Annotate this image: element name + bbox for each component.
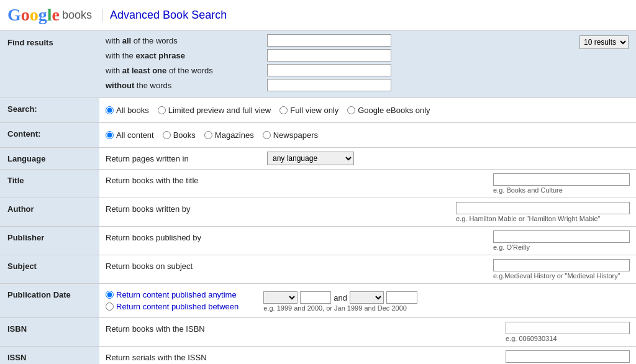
- pub-date-inner: Return content published anytime Return …: [106, 288, 630, 314]
- content-magazines[interactable]: Magazines: [204, 130, 254, 140]
- issn-content: Return serials with the ISSN e.g. 0161-7…: [99, 347, 636, 364]
- issn-input[interactable]: [506, 350, 630, 363]
- find-results-fields: with all of the words with the exact phr…: [99, 30, 572, 98]
- isbn-label: ISBN: [0, 318, 99, 346]
- isbn-desc: Return books with the ISBN: [106, 322, 506, 342]
- language-select[interactable]: any language English French German Spani…: [267, 152, 354, 165]
- logo-l: l: [47, 5, 52, 25]
- pub-date-to-month[interactable]: JanFebMar AprMayJun JulAugSep OctNovDec: [350, 291, 384, 304]
- content-newspapers[interactable]: Newspapers: [263, 130, 318, 140]
- search-full-view-radio[interactable]: [279, 106, 288, 114]
- search-google-ebooks-radio[interactable]: [347, 106, 355, 114]
- content-books[interactable]: Books: [163, 130, 196, 140]
- content-radio-group: All content Books Magazines Newspapers: [106, 127, 630, 143]
- language-row-inner: Return pages written in any language Eng…: [106, 152, 630, 165]
- search-google-ebooks-label: Google eBooks only: [358, 106, 430, 115]
- without-words-input[interactable]: [267, 79, 391, 91]
- author-inner: Return books written by e.g. Hamilton Ma…: [106, 202, 630, 222]
- content-all-radio[interactable]: [106, 131, 114, 139]
- content-all-label: All content: [116, 130, 154, 140]
- logo-g2: g: [39, 5, 47, 25]
- subject-content: Return books on subject e.g.Medieval His…: [99, 255, 636, 283]
- search-full-view[interactable]: Full view only: [279, 106, 338, 115]
- publisher-desc: Return books published by: [106, 230, 493, 251]
- publisher-example: e.g. O'Reilly: [493, 243, 630, 251]
- content-all[interactable]: All content: [106, 130, 154, 140]
- author-field-group: e.g. Hamilton Mabie or "Hamilton Wright …: [456, 202, 630, 222]
- search-row: Search: All books Limited preview and fu…: [0, 98, 636, 123]
- publisher-input[interactable]: [493, 230, 630, 243]
- subject-label: Subject: [0, 255, 99, 283]
- language-description: Return pages written in: [106, 154, 267, 163]
- exact-phrase-input[interactable]: [267, 49, 391, 61]
- publication-date-label: Publication Date: [0, 284, 99, 317]
- issn-row: ISSN Return serials with the ISSN e.g. 0…: [0, 347, 636, 364]
- author-desc: Return books written by: [106, 202, 456, 222]
- search-label: Search:: [0, 98, 99, 122]
- content-magazines-radio[interactable]: [204, 131, 212, 139]
- all-words-input[interactable]: [267, 34, 391, 47]
- pub-date-between[interactable]: Return content published between: [106, 302, 238, 311]
- language-row: Language Return pages written in any lan…: [0, 148, 636, 170]
- results-count-right: 10 results 20 results 30 results: [572, 30, 636, 98]
- logo-o1: o: [21, 5, 30, 25]
- publication-date-content: Return content published anytime Return …: [99, 284, 636, 317]
- all-words-label: with all of the words: [106, 36, 267, 45]
- at-least-one-input[interactable]: [267, 64, 391, 76]
- at-least-one-label: with at least one of the words: [106, 66, 267, 75]
- isbn-row: ISBN Return books with the ISBN e.g. 006…: [0, 318, 636, 347]
- language-content: Return pages written in any language Eng…: [99, 148, 636, 169]
- content-magazines-label: Magazines: [215, 130, 254, 140]
- pub-date-from-year[interactable]: [300, 291, 331, 304]
- at-least-one-row: with at least one of the words: [106, 64, 566, 76]
- author-input[interactable]: [456, 202, 630, 214]
- content-books-label: Books: [173, 130, 196, 140]
- isbn-input[interactable]: [506, 322, 630, 334]
- content-newspapers-label: Newspapers: [273, 130, 318, 140]
- subject-input[interactable]: [493, 259, 630, 271]
- title-field-group: e.g. Books and Culture: [493, 173, 630, 194]
- search-google-ebooks[interactable]: Google eBooks only: [347, 106, 430, 115]
- search-radio-group: All books Limited preview and full view …: [106, 102, 630, 119]
- content-label: Content:: [0, 123, 99, 147]
- pub-date-to-year[interactable]: [386, 291, 417, 304]
- pub-date-inputs: JanFebMar AprMayJun JulAugSep OctNovDec …: [263, 288, 417, 312]
- title-content: Return books with the title e.g. Books a…: [99, 170, 636, 198]
- publisher-field-group: e.g. O'Reilly: [493, 230, 630, 251]
- pub-date-from-month[interactable]: JanFebMar AprMayJun JulAugSep OctNovDec: [263, 291, 298, 304]
- subject-desc: Return books on subject: [106, 259, 493, 280]
- content-books-radio[interactable]: [163, 131, 171, 139]
- all-words-row: with all of the words: [106, 34, 566, 47]
- search-limited-preview-radio[interactable]: [158, 106, 166, 114]
- publisher-label: Publisher: [0, 227, 99, 255]
- isbn-field-group: e.g. 0060930314: [506, 322, 630, 342]
- search-all-books[interactable]: All books: [106, 106, 149, 115]
- title-desc: Return books with the title: [106, 173, 493, 194]
- and-label: and: [334, 293, 347, 303]
- results-count-select[interactable]: 10 results 20 results 30 results: [579, 35, 629, 49]
- subject-example: e.g.Medieval History or "Medieval Histor…: [493, 272, 630, 280]
- publisher-inner: Return books published by e.g. O'Reilly: [106, 230, 630, 251]
- page-header: Google books Advanced Book Search: [0, 0, 636, 30]
- language-label: Language: [0, 148, 99, 169]
- isbn-inner: Return books with the ISBN e.g. 00609303…: [106, 322, 630, 342]
- search-all-books-radio[interactable]: [106, 106, 114, 114]
- page-title: Advanced Book Search: [102, 9, 227, 22]
- pub-date-between-radio[interactable]: [106, 303, 114, 311]
- title-row: Title Return books with the title e.g. B…: [0, 170, 636, 198]
- title-input[interactable]: [493, 173, 630, 186]
- search-limited-preview-label: Limited preview and full view: [168, 106, 271, 115]
- pub-date-anytime-radio[interactable]: [106, 291, 114, 299]
- pub-date-example: e.g. 1999 and 2000, or Jan 1999 and Dec …: [263, 304, 417, 312]
- without-words-row: without the words: [106, 79, 566, 91]
- pub-date-anytime[interactable]: Return content published anytime: [106, 290, 238, 299]
- find-results-label: Find results: [0, 30, 99, 98]
- author-label: Author: [0, 198, 99, 226]
- content-newspapers-radio[interactable]: [263, 131, 271, 139]
- subject-row: Subject Return books on subject e.g.Medi…: [0, 255, 636, 284]
- search-all-books-label: All books: [116, 106, 149, 115]
- content-row: Content: All content Books Magazines New…: [0, 123, 636, 148]
- search-limited-preview[interactable]: Limited preview and full view: [158, 106, 271, 115]
- pub-date-between-label: Return content published between: [116, 302, 238, 311]
- logo-g: G: [7, 5, 21, 25]
